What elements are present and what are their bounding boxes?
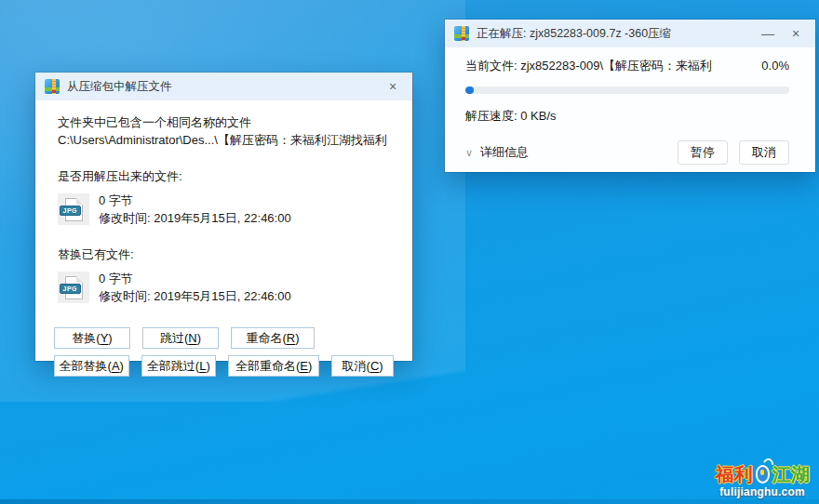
new-file-prompt: 是否用解压出来的文件: (58, 168, 394, 185)
360zip-app-icon (45, 79, 60, 94)
conflict-file-path: C:\Users\Administrator\Des...\【解压密码：来福利江… (58, 131, 394, 149)
details-label: 详细信息 (480, 144, 529, 161)
new-file-meta: 0 字节 修改时间: 2019年5月15日, 22:46:00 (99, 192, 291, 227)
rename-all-button[interactable]: 全部重命名(E) (228, 355, 319, 377)
progress-bar-fill (465, 86, 474, 94)
replace-file-dialog: 从压缩包中解压文件 × 文件夹中已包含一个相同名称的文件 C:\Users\Ad… (35, 73, 412, 361)
cancel-button[interactable]: 取消 (739, 140, 789, 165)
extract-progress-dialog: 正在解压: zjx852283-009.7z -360压缩 — × 当前文件: … (445, 20, 815, 172)
current-file-row: 当前文件: zjx852283-009\【解压密码：来福利 0.0% (465, 58, 789, 74)
pause-button[interactable]: 暂停 (678, 140, 728, 165)
skip-button[interactable]: 跳过(N) (142, 327, 219, 349)
progress-percent: 0.0% (761, 59, 789, 73)
existing-file-modified: 修改时间: 2019年5月15日, 22:46:00 (99, 287, 291, 305)
existing-file-row: JPG 0 字节 修改时间: 2019年5月15日, 22:46:00 (58, 270, 394, 305)
skip-all-button[interactable]: 全部跳过(L) (141, 355, 217, 377)
progress-bottom-row: ∨ 详细信息 暂停 取消 (465, 140, 789, 165)
fulijianghu-watermark: 福利 江湖 fulijianghu.com (711, 464, 813, 498)
cancel-button[interactable]: 取消(C) (331, 355, 394, 377)
conflict-message-line1: 文件夹中已包含一个相同名称的文件 (58, 113, 394, 131)
chevron-down-icon: ∨ (465, 147, 473, 159)
progress-dialog-body: 当前文件: zjx852283-009\【解压密码：来福利 0.0% 解压速度:… (445, 47, 815, 165)
replace-dialog-title: 从压缩包中解压文件 (67, 79, 375, 95)
jpg-badge: JPG (60, 284, 82, 294)
details-expander[interactable]: ∨ 详细信息 (465, 144, 678, 161)
rename-button[interactable]: 重命名(R) (231, 327, 315, 349)
watermark-text-right: 江湖 (772, 464, 810, 484)
conflict-message: 文件夹中已包含一个相同名称的文件 C:\Users\Administrator\… (58, 113, 394, 149)
watermark-logo-row: 福利 江湖 (711, 464, 813, 484)
progress-bar (465, 86, 789, 94)
replace-buttons-row2: 全部替换(A) 全部跳过(L) 全部重命名(E) 取消(C) (54, 355, 394, 377)
progress-dialog-titlebar: 正在解压: zjx852283-009.7z -360压缩 — × (445, 20, 815, 47)
jpg-badge: JPG (60, 206, 82, 216)
replace-all-button[interactable]: 全部替换(A) (54, 355, 129, 377)
replace-button[interactable]: 替换(Y) (54, 327, 130, 349)
mouse-icon (756, 465, 770, 484)
current-file-label: 当前文件: zjx852283-009\【解压密码：来福利 (465, 58, 712, 74)
desktop-background: 从压缩包中解压文件 × 文件夹中已包含一个相同名称的文件 C:\Users\Ad… (0, 0, 819, 504)
extract-speed-label: 解压速度: 0 KB/s (465, 108, 789, 125)
close-icon[interactable]: × (383, 76, 403, 97)
minimize-icon[interactable]: — (758, 23, 778, 44)
watermark-text-left: 福利 (716, 464, 753, 484)
new-file-size: 0 字节 (99, 192, 291, 209)
360zip-app-icon (454, 26, 469, 41)
progress-dialog-title: 正在解压: zjx852283-009.7z -360压缩 (477, 26, 750, 42)
new-file-row: JPG 0 字节 修改时间: 2019年5月15日, 22:46:00 (58, 192, 394, 227)
close-icon[interactable]: × (785, 23, 806, 44)
watermark-domain: fulijianghu.com (711, 485, 813, 498)
jpg-file-icon: JPG (58, 193, 89, 225)
new-file-modified: 修改时间: 2019年5月15日, 22:46:00 (99, 209, 291, 227)
jpg-file-icon: JPG (58, 272, 89, 303)
existing-file-meta: 0 字节 修改时间: 2019年5月15日, 22:46:00 (99, 270, 291, 305)
replace-dialog-body: 文件夹中已包含一个相同名称的文件 C:\Users\Administrator\… (35, 100, 412, 377)
replace-buttons-row1: 替换(Y) 跳过(N) 重命名(R) (54, 327, 394, 349)
existing-file-size: 0 字节 (99, 270, 291, 287)
existing-file-prompt: 替换已有文件: (58, 246, 394, 263)
replace-dialog-titlebar: 从压缩包中解压文件 × (35, 73, 412, 100)
